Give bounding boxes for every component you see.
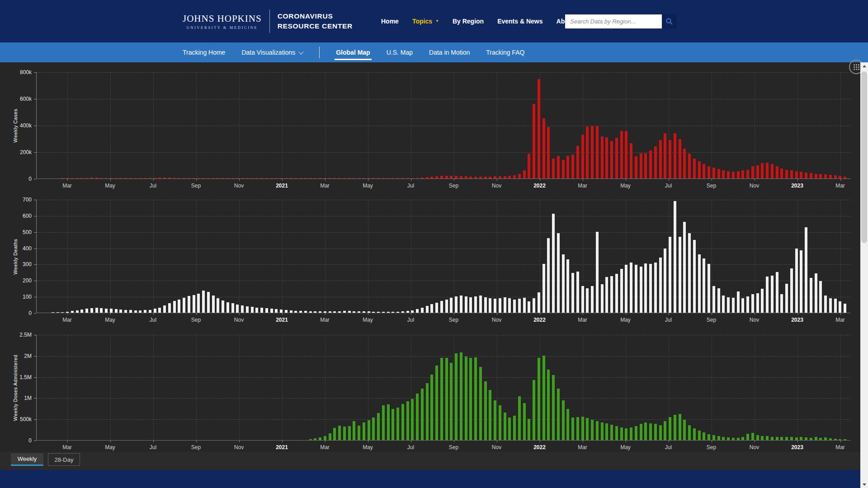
bar[interactable]	[450, 363, 453, 440]
bar[interactable]	[299, 178, 302, 178]
bar[interactable]	[163, 178, 166, 178]
bar[interactable]	[834, 175, 837, 178]
bar[interactable]	[557, 156, 560, 178]
bar[interactable]	[396, 178, 399, 178]
bar[interactable]	[615, 274, 618, 313]
bar[interactable]	[717, 436, 720, 440]
bar[interactable]	[800, 250, 802, 313]
bar[interactable]	[134, 178, 137, 178]
bar[interactable]	[469, 177, 472, 178]
bar[interactable]	[659, 258, 662, 313]
bar[interactable]	[411, 178, 414, 178]
bar[interactable]	[722, 296, 725, 313]
bar[interactable]	[815, 174, 817, 178]
bar[interactable]	[644, 422, 647, 440]
bar[interactable]	[566, 156, 569, 178]
bar[interactable]	[780, 437, 783, 440]
nav-item-topics[interactable]: Topics▼	[412, 18, 439, 25]
bar[interactable]	[649, 150, 652, 178]
bar[interactable]	[674, 201, 676, 313]
bar[interactable]	[275, 178, 278, 178]
bar[interactable]	[115, 178, 118, 178]
bar[interactable]	[314, 178, 316, 178]
bar[interactable]	[523, 298, 526, 313]
bar[interactable]	[129, 178, 132, 178]
bar[interactable]	[105, 309, 108, 313]
bar[interactable]	[630, 143, 632, 178]
bar[interactable]	[679, 237, 681, 313]
bar[interactable]	[751, 166, 754, 178]
bar[interactable]	[504, 413, 506, 440]
bar[interactable]	[469, 358, 472, 440]
bar[interactable]	[275, 309, 278, 313]
bar[interactable]	[406, 178, 409, 178]
bar[interactable]	[552, 159, 555, 178]
bar[interactable]	[139, 310, 142, 313]
bar[interactable]	[80, 178, 83, 179]
bar[interactable]	[90, 308, 93, 313]
bar[interactable]	[100, 308, 103, 313]
bar[interactable]	[489, 298, 491, 313]
bar[interactable]	[688, 233, 691, 313]
bar[interactable]	[363, 178, 365, 178]
bar[interactable]	[635, 265, 637, 313]
bar[interactable]	[741, 437, 744, 441]
bar[interactable]	[430, 304, 433, 313]
bar[interactable]	[324, 436, 326, 440]
bar[interactable]	[387, 404, 390, 440]
bar[interactable]	[557, 389, 560, 440]
bar[interactable]	[363, 311, 365, 313]
bar[interactable]	[333, 428, 336, 440]
bar[interactable]	[815, 437, 817, 440]
bar[interactable]	[61, 312, 64, 313]
bar[interactable]	[839, 301, 841, 313]
bar[interactable]	[741, 170, 744, 178]
bar[interactable]	[533, 380, 535, 440]
bar[interactable]	[839, 439, 841, 440]
bar[interactable]	[401, 311, 404, 313]
bar[interactable]	[329, 311, 331, 313]
bar[interactable]	[406, 311, 409, 313]
bar[interactable]	[703, 432, 705, 440]
bar[interactable]	[314, 311, 316, 313]
bar[interactable]	[489, 177, 491, 178]
bar[interactable]	[382, 178, 385, 178]
bar[interactable]	[57, 312, 59, 313]
bar[interactable]	[586, 288, 589, 313]
bar[interactable]	[353, 311, 355, 313]
bar[interactable]	[640, 153, 642, 178]
bar[interactable]	[571, 155, 574, 178]
bar[interactable]	[358, 311, 360, 313]
bar[interactable]	[207, 292, 210, 313]
bar[interactable]	[829, 298, 832, 313]
bar[interactable]	[329, 433, 331, 440]
bar[interactable]	[163, 305, 166, 313]
bar[interactable]	[222, 300, 224, 313]
bar[interactable]	[324, 178, 326, 178]
bar[interactable]	[353, 421, 355, 440]
bar[interactable]	[513, 175, 516, 178]
bar[interactable]	[756, 293, 759, 313]
bar[interactable]	[644, 153, 647, 178]
bar[interactable]	[581, 417, 584, 440]
bar[interactable]	[542, 264, 545, 313]
bar[interactable]	[168, 303, 171, 313]
nav-item-home[interactable]: Home	[381, 18, 399, 25]
bar[interactable]	[377, 312, 380, 313]
bar[interactable]	[392, 409, 394, 440]
subnav-item-u-s-map[interactable]: U.S. Map	[387, 49, 413, 56]
bar[interactable]	[625, 131, 627, 178]
bar[interactable]	[246, 306, 249, 313]
bar[interactable]	[115, 309, 118, 313]
bar[interactable]	[260, 308, 263, 313]
bar[interactable]	[445, 300, 448, 313]
bar[interactable]	[552, 214, 555, 313]
bar[interactable]	[727, 297, 730, 313]
bar[interactable]	[80, 310, 83, 313]
bar[interactable]	[552, 375, 555, 440]
bar[interactable]	[751, 294, 754, 313]
bar[interactable]	[591, 420, 594, 440]
bar[interactable]	[499, 405, 501, 440]
bar[interactable]	[474, 357, 477, 441]
bar[interactable]	[538, 358, 540, 440]
